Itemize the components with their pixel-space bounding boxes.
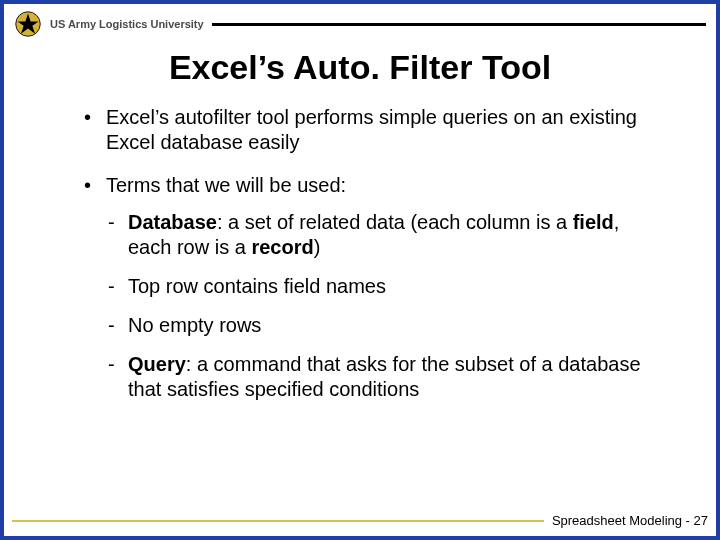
slide: US Army Logistics University Excel’s Aut… (0, 0, 720, 540)
header-rule (212, 23, 706, 26)
list-item: Excel’s autofilter tool performs simple … (84, 105, 666, 155)
footer-text: Spreadsheet Modeling - 27 (552, 513, 708, 528)
list-item-text: No empty rows (128, 314, 261, 336)
content: Excel’s autofilter tool performs simple … (4, 105, 716, 402)
bullet-list: Excel’s autofilter tool performs simple … (84, 105, 666, 402)
org-name: US Army Logistics University (50, 18, 204, 30)
sub-bullet-list: Database: a set of related data (each co… (106, 210, 666, 402)
footer-rule (12, 520, 544, 522)
army-logo-icon (14, 10, 42, 38)
list-item-text: Top row contains field names (128, 275, 386, 297)
list-item: Database: a set of related data (each co… (106, 210, 666, 260)
header-bar: US Army Logistics University (50, 18, 706, 30)
list-item-text: Terms that we will be used: (106, 174, 346, 196)
header: US Army Logistics University (4, 4, 716, 38)
list-item-text: Database: a set of related data (each co… (128, 211, 619, 258)
footer: Spreadsheet Modeling - 27 (12, 513, 708, 528)
page-title: Excel’s Auto. Filter Tool (44, 48, 676, 87)
list-item-text: Excel’s autofilter tool performs simple … (106, 106, 637, 153)
list-item: Terms that we will be used: Database: a … (84, 173, 666, 402)
list-item: No empty rows (106, 313, 666, 338)
list-item: Query: a command that asks for the subse… (106, 352, 666, 402)
list-item: Top row contains field names (106, 274, 666, 299)
list-item-text: Query: a command that asks for the subse… (128, 353, 641, 400)
